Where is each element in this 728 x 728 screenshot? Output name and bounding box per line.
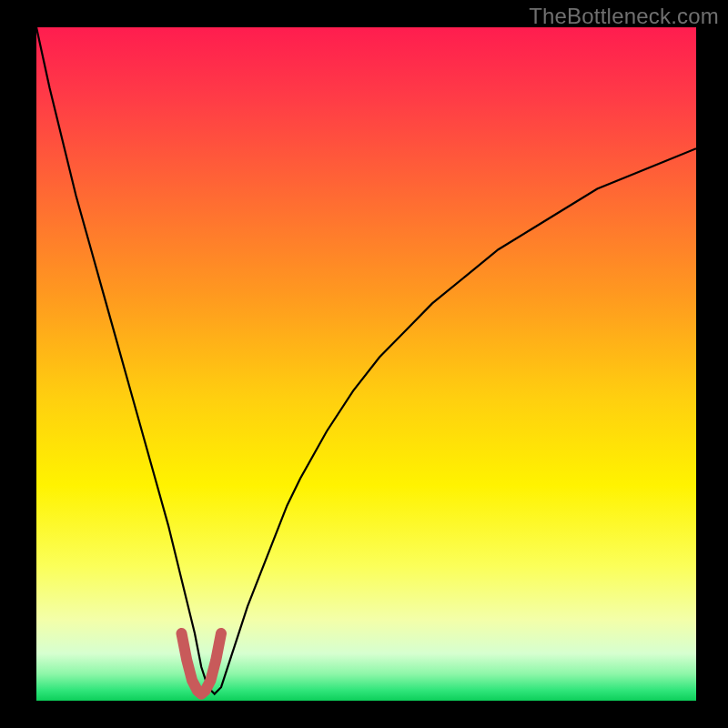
- gradient-background: [36, 27, 696, 701]
- outer-frame: TheBottleneck.com: [0, 0, 728, 728]
- watermark-text: TheBottleneck.com: [529, 4, 719, 29]
- bottleneck-chart: [0, 0, 728, 728]
